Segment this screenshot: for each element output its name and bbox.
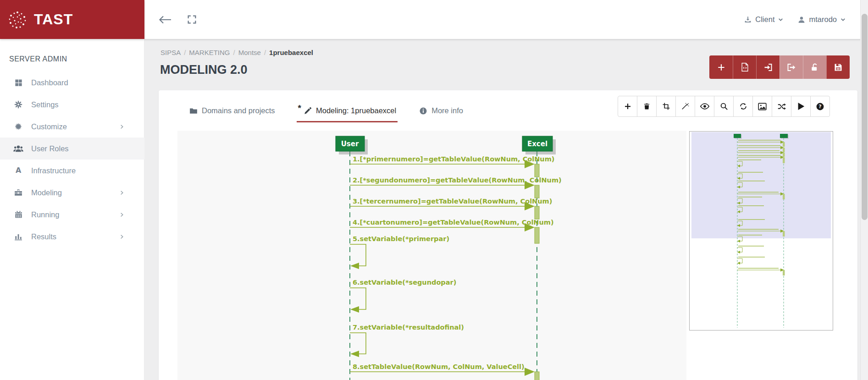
user-name-label: mtarodo	[809, 15, 837, 24]
chevron-right-icon	[119, 190, 124, 195]
refresh-button[interactable]	[733, 96, 753, 117]
sign-in-button[interactable]	[756, 55, 780, 79]
sidebar-item-label: Modeling	[31, 188, 62, 197]
message-7[interactable]: 7.setVariable(*resultadofinal)	[350, 324, 464, 357]
trash-icon	[643, 102, 651, 110]
tab-modeling-current[interactable]: * Modeling: 1pruebaexcel	[297, 100, 398, 122]
sidebar-item-modeling[interactable]: Modeling	[0, 182, 144, 204]
save-icon	[834, 63, 843, 72]
message-label: 1.[*primernumero]=getTableValue(RowNum, …	[353, 155, 554, 163]
sidebar-item-label: Running	[31, 210, 59, 219]
breadcrumb-item[interactable]: MARKETING	[189, 49, 230, 56]
help-button[interactable]: ?	[810, 96, 830, 117]
chevron-down-icon	[840, 17, 846, 22]
sidebar-item-label: User Roles	[31, 144, 69, 153]
modeling-card: Domains and projects * Modeling: 1prueba…	[159, 90, 857, 380]
preview-button[interactable]	[695, 96, 714, 117]
message-label: 2.[*segundonumero]=getTableValue(RowNum,…	[353, 176, 562, 184]
diagram-canvas[interactable]: User Excel 1.[*primernumero]=getTableVal…	[177, 131, 686, 380]
bar-chart-icon	[13, 231, 23, 242]
question-circle-icon: ?	[816, 102, 824, 111]
page-title: MODELING 2.0	[160, 63, 248, 77]
run-button[interactable]	[791, 96, 811, 117]
message-label: 3.[*tercernumero]=getTableValue(RowNum, …	[353, 198, 552, 205]
chevron-right-icon	[119, 212, 124, 217]
chevron-right-icon	[119, 124, 124, 129]
download-icon	[744, 16, 752, 24]
message-5[interactable]: 5.setVariable(*primerpar)	[350, 235, 449, 269]
scrollbar-thumb[interactable]	[862, 14, 868, 220]
action-button-group	[709, 55, 850, 79]
breadcrumb-separator: /	[264, 49, 266, 56]
sidebar-item-label: Dashboard	[31, 78, 68, 87]
breadcrumb-item[interactable]: SIPSA	[160, 49, 181, 56]
sidebar-item-running[interactable]: Running	[0, 204, 144, 226]
message-2[interactable]: 2.[*segundonumero]=getTableValue(RowNum,…	[350, 176, 562, 198]
message-8[interactable]: 8.setTableValue(RowNum, ColNum, ValueCel…	[350, 363, 539, 380]
shuffle-button[interactable]	[772, 96, 791, 117]
refresh-icon	[739, 102, 747, 110]
crop-button[interactable]	[656, 96, 676, 117]
tab-label: Modeling: 1pruebaexcel	[316, 106, 396, 115]
message-label: 6.setVariable(*segundopar)	[353, 279, 456, 286]
sidebar-item-label: Infrastructure	[31, 166, 76, 175]
file-code-icon	[741, 62, 749, 72]
sidebar-item-results[interactable]: Results	[0, 226, 144, 248]
crop-icon	[662, 102, 670, 110]
sidebar-item-user-roles[interactable]: User Roles	[0, 138, 144, 160]
arrowhead	[350, 351, 359, 357]
users-icon	[13, 143, 23, 154]
shuffle-icon	[777, 103, 786, 110]
arrowhead	[350, 306, 359, 313]
sidebar-item-infrastructure[interactable]: A Infrastructure	[0, 160, 144, 182]
delete-button[interactable]	[637, 96, 657, 117]
app-logo[interactable]: TAST	[0, 0, 144, 39]
add-element-button[interactable]	[618, 96, 637, 117]
client-menu[interactable]: Client	[744, 15, 784, 24]
back-arrow-icon[interactable]	[158, 14, 172, 25]
unsaved-marker: *	[298, 103, 301, 113]
message-1[interactable]: 1.[*primernumero]=getTableValue(RowNum, …	[350, 155, 554, 177]
actor-excel[interactable]: Excel	[522, 136, 556, 154]
message-6[interactable]: 6.setVariable(*segundopar)	[350, 279, 456, 313]
fullscreen-icon[interactable]	[187, 15, 197, 24]
message-3[interactable]: 3.[*tercernumero]=getTableValue(RowNum, …	[350, 198, 552, 219]
breadcrumb-item[interactable]: Montse	[238, 49, 261, 56]
magic-wand-button[interactable]	[675, 96, 695, 117]
sidebar-item-dashboard[interactable]: Dashboard	[0, 72, 144, 94]
export-image-button[interactable]	[752, 96, 772, 117]
tab-domains-and-projects[interactable]: Domains and projects	[188, 100, 276, 122]
file-code-button[interactable]	[733, 55, 756, 79]
minimap-actor-user	[734, 134, 741, 138]
minimap-viewport[interactable]	[691, 132, 831, 238]
chevron-right-icon	[119, 234, 124, 239]
eye-icon	[700, 103, 709, 110]
minimap[interactable]	[689, 131, 833, 330]
add-button[interactable]	[709, 55, 733, 79]
sidebar: TAST SERVER ADMIN Dashboard Settings	[0, 0, 144, 380]
plus-icon	[717, 63, 726, 72]
tab-more-info[interactable]: More info	[418, 100, 464, 122]
message-label: 8.setTableValue(RowNum, ColNum, ValueCel…	[353, 363, 525, 370]
actor-user[interactable]: User	[336, 136, 368, 154]
dashboard-grid-icon	[13, 77, 23, 88]
activation-bar	[535, 372, 539, 380]
sidebar-item-customize[interactable]: Customize	[0, 116, 144, 138]
breadcrumb-separator: /	[233, 49, 235, 56]
folder-icon	[189, 107, 198, 115]
chevron-down-icon	[778, 17, 784, 22]
sign-in-icon	[763, 63, 773, 72]
user-icon	[797, 16, 806, 24]
sidebar-item-settings[interactable]: Settings	[0, 94, 144, 116]
activation-bar	[535, 206, 539, 219]
unlock-button[interactable]	[803, 55, 826, 79]
letter-a-icon: A	[13, 165, 23, 176]
user-menu[interactable]: mtarodo	[797, 15, 846, 24]
zoom-button[interactable]	[714, 96, 734, 117]
save-button[interactable]	[826, 55, 850, 79]
magic-wand-icon	[681, 102, 690, 110]
actor-label: User	[341, 140, 359, 148]
tab-bar: Domains and projects * Modeling: 1prueba…	[188, 100, 464, 122]
sign-out-button[interactable]	[780, 55, 803, 79]
page-scrollbar[interactable]	[860, 0, 868, 380]
